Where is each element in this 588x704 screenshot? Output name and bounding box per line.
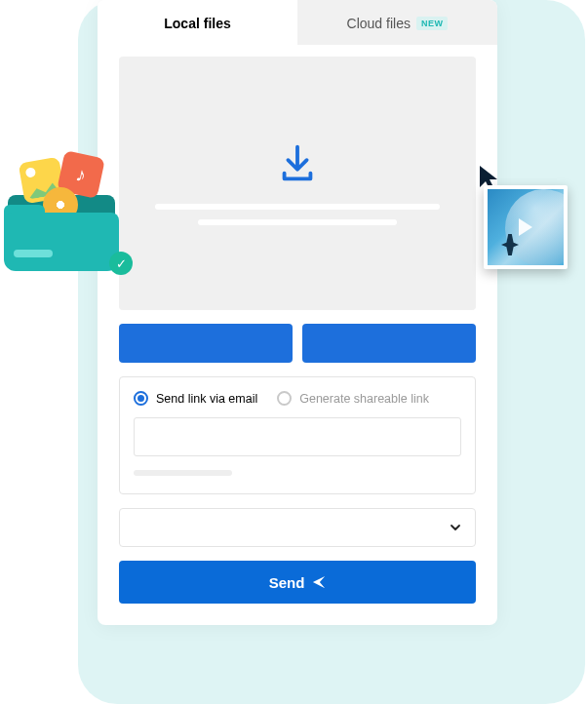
send-button[interactable]: Send <box>119 561 476 604</box>
share-options-box: Send link via email Generate shareable l… <box>119 376 476 494</box>
play-icon <box>519 218 532 236</box>
paper-plane-icon <box>312 575 326 589</box>
chevron-down-icon <box>450 522 461 533</box>
radio-unchecked-icon <box>277 391 292 406</box>
panel-body: Send link via email Generate shareable l… <box>98 45 497 625</box>
options-dropdown[interactable] <box>119 508 476 547</box>
radio-send-email[interactable]: Send link via email <box>134 391 257 406</box>
send-button-label: Send <box>269 574 305 591</box>
tab-cloud-label: Cloud files <box>347 16 411 31</box>
action-buttons-row <box>119 324 476 363</box>
radio-link-label: Generate shareable link <box>299 392 429 406</box>
radio-generate-link[interactable]: Generate shareable link <box>277 391 429 406</box>
dropzone-placeholder-text <box>155 204 441 225</box>
dragged-file-thumbnail[interactable] <box>484 185 568 269</box>
tab-local-label: Local files <box>164 16 230 31</box>
check-icon: ✓ <box>109 252 133 275</box>
primary-action-button-2[interactable] <box>302 324 476 363</box>
tabs: Local files Cloud files NEW <box>98 0 497 45</box>
new-badge: NEW <box>416 17 449 30</box>
radio-checked-icon <box>134 391 148 406</box>
primary-action-button-1[interactable] <box>119 324 293 363</box>
upload-panel: Local files Cloud files NEW <box>98 0 497 625</box>
download-icon <box>275 141 320 186</box>
file-dropzone[interactable] <box>119 57 476 310</box>
recipient-input[interactable] <box>134 417 461 456</box>
share-method-radios: Send link via email Generate shareable l… <box>134 391 461 406</box>
folder-illustration: ♪ ✓ <box>4 154 131 271</box>
helper-text-placeholder <box>134 470 232 476</box>
radio-email-label: Send link via email <box>156 392 257 406</box>
tab-local-files[interactable]: Local files <box>98 0 297 45</box>
tab-cloud-files[interactable]: Cloud files NEW <box>297 0 497 45</box>
